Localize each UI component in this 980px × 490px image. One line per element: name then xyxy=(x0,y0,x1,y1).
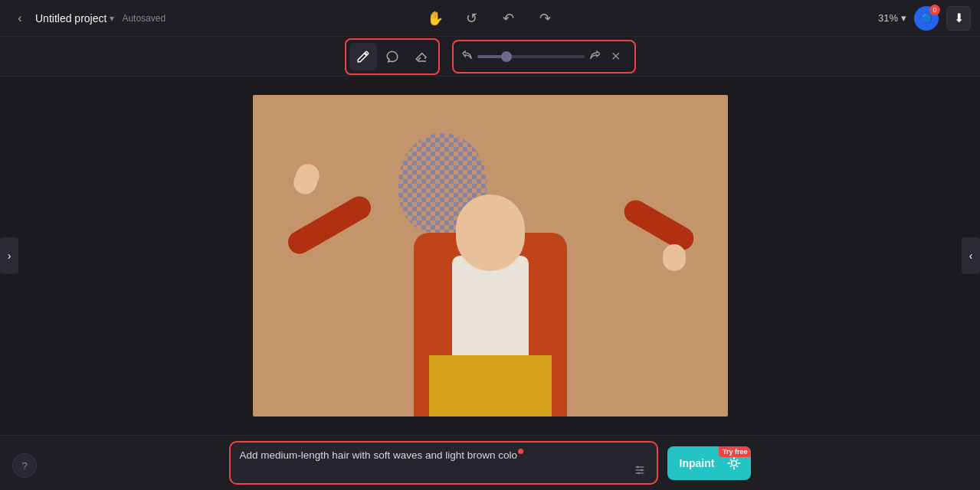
undo-brush-icon xyxy=(461,50,473,61)
download-icon: ⬇ xyxy=(954,11,964,25)
hand-right xyxy=(663,244,686,271)
brush-tool-button[interactable] xyxy=(349,43,377,70)
brush-icon xyxy=(356,50,370,64)
download-button[interactable]: ⬇ xyxy=(946,6,971,31)
project-title-chevron: ▾ xyxy=(110,13,114,24)
back-button[interactable]: ‹ xyxy=(9,8,31,29)
inpaint-button[interactable]: Try free Inpaint xyxy=(667,446,752,480)
eraser-tool-button[interactable] xyxy=(408,43,435,70)
main-image[interactable] xyxy=(253,95,728,416)
notification-icon: 🔵 xyxy=(921,13,932,24)
person-layer xyxy=(253,95,728,416)
notification-badge: 0 xyxy=(929,5,940,15)
topbar-left: ‹ Untitled project ▾ Autosaved xyxy=(9,8,166,29)
help-button[interactable]: ? xyxy=(12,453,37,478)
canvas-area: › ‹ xyxy=(0,77,980,435)
next-image-button[interactable]: ‹ xyxy=(962,237,980,274)
lasso-tool-button[interactable] xyxy=(379,43,406,70)
close-icon: ✕ xyxy=(611,49,621,64)
arm-left xyxy=(284,192,375,258)
pants xyxy=(429,355,552,416)
move-tool-button[interactable]: ✋ xyxy=(423,6,447,31)
help-icon: ? xyxy=(21,460,27,472)
prev-image-button[interactable]: › xyxy=(0,237,18,274)
redo-brush-icon xyxy=(589,50,601,61)
svg-point-3 xyxy=(637,466,639,469)
prompt-text-area: Add medium-length hair with soft waves a… xyxy=(240,449,647,463)
svg-point-5 xyxy=(637,472,640,475)
svg-point-6 xyxy=(732,460,737,466)
project-title[interactable]: Untitled project ▾ xyxy=(35,12,114,24)
prompt-container: Add medium-length hair with soft waves a… xyxy=(229,441,658,485)
head xyxy=(456,194,525,271)
red-dot-indicator xyxy=(518,449,523,454)
tool-row: ✕ xyxy=(0,37,980,77)
left-arrow-icon: › xyxy=(8,250,11,262)
brush-tools-group xyxy=(345,38,440,75)
svg-point-4 xyxy=(641,469,643,472)
slider-group: ✕ xyxy=(452,40,636,74)
notification-button[interactable]: 🔵 0 xyxy=(914,6,939,31)
prompt-bottom-row xyxy=(240,462,647,480)
prompt-text-before: Add medium-length hair with soft waves a… xyxy=(240,449,499,461)
zoom-label: 31% xyxy=(878,12,898,24)
eraser-icon xyxy=(415,50,428,64)
arm-right xyxy=(620,196,698,254)
prompt-settings-button[interactable] xyxy=(632,462,647,480)
brush-size-back-icon xyxy=(461,50,473,64)
redo-right-button[interactable]: ↷ xyxy=(533,6,558,31)
zoom-button[interactable]: 31% ▾ xyxy=(878,12,906,24)
right-arrow-icon: ‹ xyxy=(969,250,973,262)
brush-size-forward-icon xyxy=(589,50,601,64)
inpaint-label: Inpaint xyxy=(667,446,727,480)
undo-button[interactable]: ↺ xyxy=(460,6,484,31)
project-title-text: Untitled project xyxy=(35,12,107,24)
try-free-badge: Try free xyxy=(719,446,752,457)
hand-left xyxy=(290,161,323,198)
brush-size-slider[interactable] xyxy=(477,55,585,58)
sliders-icon xyxy=(634,464,646,476)
redo-left-button[interactable]: ↶ xyxy=(497,6,521,31)
close-slider-button[interactable]: ✕ xyxy=(605,46,627,67)
topbar: ‹ Untitled project ▾ Autosaved ✋ ↺ ↶ ↷ 3… xyxy=(0,0,980,37)
zoom-chevron-icon: ▾ xyxy=(901,12,906,24)
prompt-bar: ? Add medium-length hair with soft waves… xyxy=(0,435,980,490)
inpaint-svg-icon xyxy=(726,456,742,471)
topbar-right: 31% ▾ 🔵 0 ⬇ xyxy=(878,6,971,31)
prompt-text-colo: colo xyxy=(498,449,517,461)
topbar-center-controls: ✋ ↺ ↶ ↷ xyxy=(423,6,558,31)
autosaved-label: Autosaved xyxy=(122,13,166,24)
lasso-icon xyxy=(385,50,399,64)
